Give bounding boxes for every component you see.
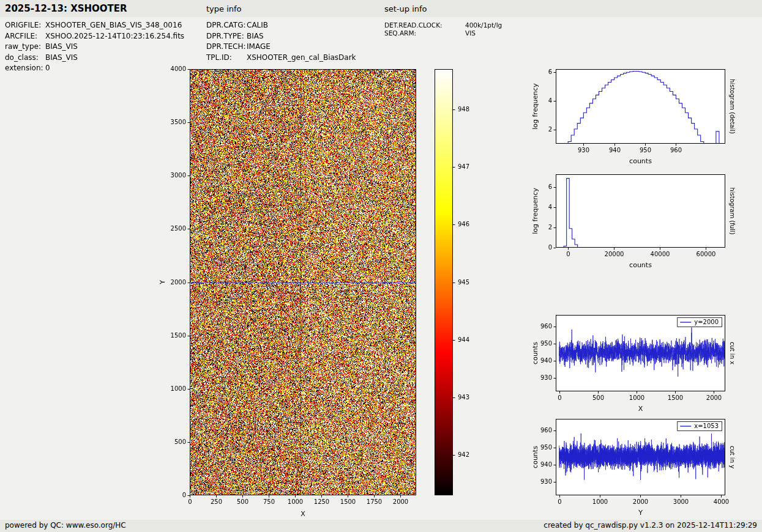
setup-info-heading: set-up info <box>384 4 427 13</box>
file-info-row: ARCFILE: XSHOO.2025-12-14T10:23:16.254.f… <box>5 31 184 42</box>
field-label: DPR.TECH: <box>206 42 247 53</box>
field-label: ARCFILE: <box>5 31 45 42</box>
type-info-block: DPR.CATG: CALIB DPR.TYPE: BIAS DPR.TECH:… <box>206 20 356 63</box>
page-title: 2025-12-13: XSHOOTER <box>5 3 127 14</box>
field-value: 0 <box>45 63 50 74</box>
file-info-block: ORIGFILE: XSHOOTER_GEN_BIAS_VIS_348_0016… <box>5 20 184 74</box>
field-label: TPL.ID: <box>206 53 247 64</box>
file-info-row: ORIGFILE: XSHOOTER_GEN_BIAS_VIS_348_0016 <box>5 20 184 31</box>
header-bar: 2025-12-13: XSHOOTER type info set-up in… <box>0 0 762 17</box>
field-value: XSHOOTER_gen_cal_BiasDark <box>247 53 356 64</box>
field-label: DPR.TYPE: <box>206 31 247 42</box>
field-label: DET.READ.CLOCK: <box>384 21 465 29</box>
type-info-row: DPR.TECH: IMAGE <box>206 42 356 53</box>
type-info-row: DPR.TYPE: BIAS <box>206 31 356 42</box>
field-value: CALIB <box>247 20 268 31</box>
footer-bar: powered by QC: www.eso.org/HC created by… <box>0 520 762 532</box>
field-value: BIAS <box>247 31 264 42</box>
field-label: extension: <box>5 63 45 74</box>
field-value: XSHOO.2025-12-14T10:23:16.254.fits <box>45 31 184 42</box>
type-info-row: DPR.CATG: CALIB <box>206 20 356 31</box>
field-label: raw_type: <box>5 42 45 53</box>
file-info-row: extension: 0 <box>5 63 184 74</box>
field-label: DPR.CATG: <box>206 20 247 31</box>
setup-info-row: DET.READ.CLOCK: 400k/1pt/lg <box>384 21 502 29</box>
setup-info-row: SEQ.ARM: VIS <box>384 29 502 37</box>
qc-rawdisp-page: 2025-12-13: XSHOOTER type info set-up in… <box>0 0 762 532</box>
type-info-heading: type info <box>206 4 242 13</box>
field-value: BIAS_VIS <box>45 42 78 53</box>
footer-left: powered by QC: www.eso.org/HC <box>5 521 126 530</box>
field-value: IMAGE <box>247 42 271 53</box>
setup-info-block: DET.READ.CLOCK: 400k/1pt/lg SEQ.ARM: VIS <box>384 21 502 37</box>
field-label: ORIGFILE: <box>5 20 45 31</box>
file-info-row: raw_type: BIAS_VIS <box>5 42 184 53</box>
file-info-row: do_class: BIAS_VIS <box>5 53 184 64</box>
type-info-row: TPL.ID: XSHOOTER_gen_cal_BiasDark <box>206 53 356 64</box>
figure-canvas <box>0 0 762 532</box>
footer-right: created by qc_rawdisp.py v1.2.3 on 2025-… <box>543 521 757 530</box>
field-value: XSHOOTER_GEN_BIAS_VIS_348_0016 <box>45 20 182 31</box>
field-value: BIAS_VIS <box>45 53 78 64</box>
field-value: VIS <box>465 29 476 37</box>
field-value: 400k/1pt/lg <box>465 21 502 29</box>
field-label: SEQ.ARM: <box>384 29 465 37</box>
field-label: do_class: <box>5 53 45 64</box>
